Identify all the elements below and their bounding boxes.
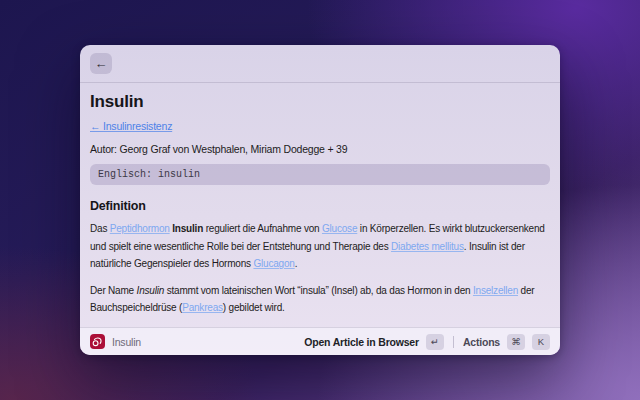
inline-link[interactable]: Glucose	[322, 223, 357, 234]
enter-keycap[interactable]: ↵	[426, 334, 444, 350]
inline-link[interactable]: Inselzellen	[473, 285, 518, 296]
footer-context: Insulin	[90, 334, 304, 349]
backlink-insulinresistenz[interactable]: ← Insulinresistenz	[90, 120, 172, 132]
open-article-button[interactable]: Open Article in Browser	[304, 336, 419, 348]
window-header: ←	[80, 45, 560, 83]
inline-text: . Insulin ist der	[464, 241, 525, 252]
inline-text: Insulin	[137, 285, 165, 296]
footer-divider	[453, 336, 454, 348]
back-arrow-icon: ←	[95, 56, 108, 71]
inline-text: der	[518, 285, 534, 296]
section-definition: Definition Das Peptidhormon Insulin regu…	[90, 199, 550, 317]
command-keycap[interactable]: ⌘	[507, 334, 525, 350]
inline-link[interactable]: Pankreas	[182, 302, 223, 313]
doccheck-icon	[90, 334, 105, 349]
section-heading-definition: Definition	[90, 199, 550, 213]
inline-link[interactable]: Diabetes mellitus	[391, 241, 464, 252]
inline-text: ) gebildet wird.	[223, 302, 285, 313]
inline-text: natürliche Gegenspieler des Hormons	[90, 258, 253, 269]
article-window: ← Insulin ← Insulinresistenz Autor: Geor…	[80, 45, 560, 355]
inline-text: stammt vom lateinischen Wort “insula” (I…	[164, 285, 473, 296]
actions-button[interactable]: Actions	[463, 336, 500, 348]
inline-text: Insulin	[172, 223, 203, 234]
paragraph: Der Name Insulin stammt vom lateinischen…	[90, 282, 550, 317]
inline-text: Das	[90, 223, 110, 234]
paragraph: Das Peptidhormon Insulin reguliert die A…	[90, 220, 550, 273]
inline-text: Bauchspeicheldrüse (	[90, 302, 182, 313]
page-title: Insulin	[90, 91, 550, 112]
inline-text: .	[295, 258, 298, 269]
inline-link[interactable]: Glucagon	[253, 258, 294, 269]
author-line: Autor: Georg Graf von Westphalen, Miriam…	[90, 143, 550, 155]
action-bar: Insulin Open Article in Browser ↵ Action…	[80, 327, 560, 355]
article-content: Insulin ← Insulinresistenz Autor: Georg …	[80, 84, 560, 327]
inline-text: und spielt eine wesentliche Rolle bei de…	[90, 241, 391, 252]
inline-text: in Körperzellen. Es wirkt blutzuckersenk…	[357, 223, 544, 234]
back-button[interactable]: ←	[90, 53, 112, 74]
inline-text: reguliert die Aufnahme von	[203, 223, 322, 234]
inline-text: Der Name	[90, 285, 137, 296]
doccheck-face-glyph	[92, 336, 103, 347]
inline-link[interactable]: Peptidhormon	[110, 223, 170, 234]
k-keycap[interactable]: K	[532, 334, 550, 350]
footer-item-title: Insulin	[112, 336, 141, 348]
english-term-pill: Englisch: insulin	[90, 164, 550, 185]
footer-actions: Open Article in Browser ↵ Actions ⌘ K	[304, 334, 550, 350]
